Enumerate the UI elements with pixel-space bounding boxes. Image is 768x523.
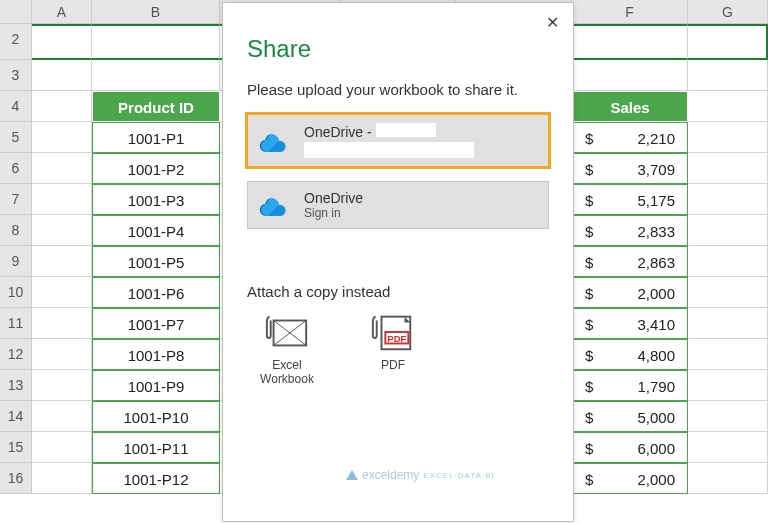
cell-product-id[interactable]: 1001-P12 — [92, 463, 220, 494]
cell-product-id[interactable]: 1001-P11 — [92, 432, 220, 463]
attach-excel-workbook[interactable]: Excel Workbook — [251, 312, 323, 386]
cell[interactable] — [688, 277, 768, 308]
cell[interactable] — [688, 215, 768, 246]
currency: $ — [585, 340, 593, 369]
cell[interactable] — [688, 184, 768, 215]
cell[interactable] — [32, 308, 92, 339]
cell[interactable] — [688, 370, 768, 401]
cell[interactable] — [32, 60, 92, 91]
cell[interactable] — [32, 401, 92, 432]
cell[interactable] — [32, 91, 92, 122]
cell[interactable] — [572, 24, 688, 60]
cell[interactable] — [572, 60, 688, 91]
cell-sales[interactable]: $2,000 — [572, 277, 688, 308]
row-header[interactable]: 4 — [0, 91, 32, 122]
cell[interactable] — [688, 122, 768, 153]
cell[interactable] — [32, 122, 92, 153]
attach-options: Excel Workbook PDF PDF — [251, 312, 555, 386]
cell-product-id[interactable]: 1001-P8 — [92, 339, 220, 370]
cell[interactable] — [688, 339, 768, 370]
cell[interactable] — [688, 91, 768, 122]
cell-sales[interactable]: $1,790 — [572, 370, 688, 401]
pdf-attachment-icon: PDF — [370, 312, 416, 352]
cell[interactable] — [688, 246, 768, 277]
cell-sales[interactable]: $2,833 — [572, 215, 688, 246]
cell-sales[interactable]: $2,863 — [572, 246, 688, 277]
row-header[interactable]: 16 — [0, 463, 32, 494]
cell[interactable] — [92, 60, 220, 91]
cell[interactable] — [92, 24, 220, 60]
cell-sales[interactable]: $5,175 — [572, 184, 688, 215]
row-header[interactable]: 3 — [0, 60, 32, 91]
onedrive-signin-button[interactable]: OneDrive Sign in — [247, 181, 549, 229]
cell[interactable] — [32, 339, 92, 370]
cell[interactable] — [688, 401, 768, 432]
close-icon[interactable]: ✕ — [546, 13, 559, 32]
col-header-G[interactable]: G — [688, 0, 768, 23]
row-header[interactable]: 13 — [0, 370, 32, 401]
cell[interactable] — [32, 277, 92, 308]
cell[interactable] — [688, 24, 768, 60]
amount: 5,175 — [637, 185, 675, 214]
cell[interactable] — [688, 308, 768, 339]
row-header[interactable]: 12 — [0, 339, 32, 370]
cell[interactable] — [32, 184, 92, 215]
cell[interactable] — [32, 215, 92, 246]
row-header[interactable]: 9 — [0, 246, 32, 277]
row-header[interactable]: 7 — [0, 184, 32, 215]
row-header[interactable]: 2 — [0, 24, 32, 60]
cell-sales[interactable]: $2,210 — [572, 122, 688, 153]
cell[interactable] — [688, 463, 768, 494]
col-header-A[interactable]: A — [32, 0, 92, 23]
cell-product-id[interactable]: 1001-P6 — [92, 277, 220, 308]
amount: 3,709 — [637, 154, 675, 183]
onedrive-personal-button[interactable]: OneDrive - — [247, 114, 549, 167]
cell[interactable] — [32, 432, 92, 463]
currency: $ — [585, 464, 593, 493]
cell[interactable] — [32, 24, 92, 60]
cell-product-id[interactable]: 1001-P1 — [92, 122, 220, 153]
cell-sales[interactable]: $2,000 — [572, 463, 688, 494]
cell-product-id[interactable]: 1001-P7 — [92, 308, 220, 339]
select-all-corner[interactable] — [0, 0, 32, 23]
row-header[interactable]: 10 — [0, 277, 32, 308]
cell-sales[interactable]: $6,000 — [572, 432, 688, 463]
amount: 2,000 — [637, 278, 675, 307]
cell-product-id[interactable]: 1001-P2 — [92, 153, 220, 184]
row-header[interactable]: 5 — [0, 122, 32, 153]
currency: $ — [585, 278, 593, 307]
cell[interactable] — [32, 246, 92, 277]
cell[interactable] — [688, 60, 768, 91]
cell[interactable] — [32, 463, 92, 494]
currency: $ — [585, 123, 593, 152]
cell[interactable] — [688, 432, 768, 463]
attach-pdf[interactable]: PDF PDF — [357, 312, 429, 386]
cell-sales[interactable]: $5,000 — [572, 401, 688, 432]
share-message: Please upload your workbook to share it. — [247, 81, 555, 98]
table-header-product-id[interactable]: Product ID — [92, 91, 220, 122]
redacted-mask — [304, 142, 474, 158]
cell-product-id[interactable]: 1001-P5 — [92, 246, 220, 277]
amount: 2,833 — [637, 216, 675, 245]
currency: $ — [585, 216, 593, 245]
row-header[interactable]: 14 — [0, 401, 32, 432]
cell-sales[interactable]: $4,800 — [572, 339, 688, 370]
row-header[interactable]: 15 — [0, 432, 32, 463]
cell-product-id[interactable]: 1001-P10 — [92, 401, 220, 432]
cell-product-id[interactable]: 1001-P9 — [92, 370, 220, 401]
col-header-F[interactable]: F — [572, 0, 688, 23]
cell-sales[interactable]: $3,410 — [572, 308, 688, 339]
row-header[interactable]: 8 — [0, 215, 32, 246]
cell[interactable] — [32, 153, 92, 184]
table-header-sales[interactable]: Sales — [572, 91, 688, 122]
cell-product-id[interactable]: 1001-P3 — [92, 184, 220, 215]
row-header[interactable]: 11 — [0, 308, 32, 339]
col-header-B[interactable]: B — [92, 0, 220, 23]
cell-sales[interactable]: $3,709 — [572, 153, 688, 184]
amount: 2,210 — [637, 123, 675, 152]
cell-product-id[interactable]: 1001-P4 — [92, 215, 220, 246]
watermark-text: exceldemy — [362, 468, 419, 482]
row-header[interactable]: 6 — [0, 153, 32, 184]
cell[interactable] — [688, 153, 768, 184]
cell[interactable] — [32, 370, 92, 401]
